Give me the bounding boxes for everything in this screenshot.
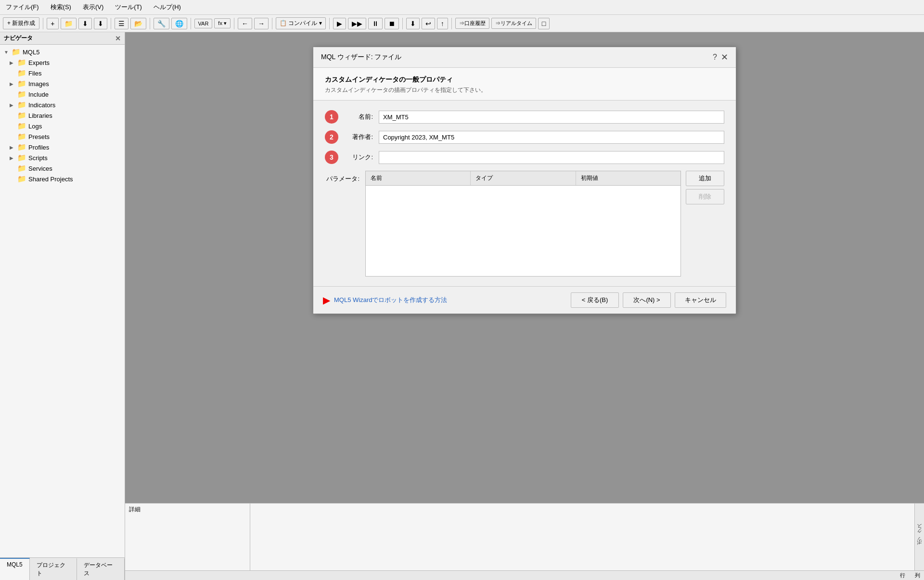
params-label: パラメータ: (325, 171, 359, 183)
toolbar-separator-4 (191, 18, 191, 29)
link-label: リンク: (344, 153, 373, 162)
folder-icon-shared-projects: 📁 (17, 175, 26, 183)
toolbar-fx[interactable]: fx ▾ (214, 18, 231, 28)
nav-item-images[interactable]: ▶ 📁 Images (0, 78, 125, 89)
nav-item-logs[interactable]: 📁 Logs (0, 121, 125, 131)
nav-label-mql5: MQL5 (23, 49, 39, 56)
folder-icon-profiles: 📁 (17, 143, 26, 151)
dialog-help-button[interactable]: ? (713, 53, 717, 62)
dialog-title-actions: ? ✕ (713, 52, 728, 63)
toolbar-undo[interactable]: ↩ (422, 18, 435, 29)
nav-item-include[interactable]: 📁 Include (0, 89, 125, 100)
nav-item-services[interactable]: 📁 Services (0, 163, 125, 174)
nav-item-files[interactable]: 📁 Files (0, 68, 125, 78)
name-input[interactable] (379, 111, 724, 124)
navigator-header: ナビゲータ ✕ (0, 32, 125, 45)
author-input[interactable] (379, 131, 724, 144)
params-add-button[interactable]: 追加 (686, 171, 724, 186)
navigator-title: ナビゲータ (4, 34, 33, 42)
params-table-header: 名前 タイプ 初期値 (366, 171, 680, 186)
main-area: ナビゲータ ✕ ▼ 📁 MQL5 ▶ 📁 Experts 📁 Files (0, 32, 924, 580)
toolbar-step-in[interactable]: ⬇ (406, 18, 420, 29)
expand-icon-scripts: ▶ (10, 155, 15, 161)
nav-item-indicators[interactable]: ▶ 📁 Indicators (0, 100, 125, 110)
navigator-panel: ナビゲータ ✕ ▼ 📁 MQL5 ▶ 📁 Experts 📁 Files (0, 32, 125, 580)
nav-tab-mql5[interactable]: MQL5 (0, 558, 30, 580)
toolbar-var[interactable]: VAR (194, 19, 213, 28)
dialog-close-button[interactable]: ✕ (721, 52, 728, 63)
folder-icon-include: 📁 (17, 90, 26, 99)
bottom-content: 詳細 ボックス (125, 504, 924, 570)
wizard-help-link[interactable]: MQL5 Wizardでロボットを作成する方法 (334, 296, 447, 304)
nav-label-scripts: Scripts (28, 154, 48, 162)
toolbar-back[interactable]: ← (238, 18, 252, 29)
toolbar-download1[interactable]: ⬇ (78, 18, 92, 29)
nav-item-mql5[interactable]: ▼ 📁 MQL5 (0, 47, 125, 57)
toolbar-compile[interactable]: 📋 コンパイル ▾ (276, 17, 326, 29)
toolbar-play2[interactable]: ▶▶ (348, 18, 366, 29)
toolbar: + 新規作成 + 📁 ⬇ ⬇ ☰ 📂 🔧 🌐 VAR fx ▾ ← → 📋 コン… (0, 15, 924, 32)
folder-icon-services: 📁 (17, 164, 26, 173)
new-button[interactable]: + 新規作成 (3, 17, 39, 29)
menu-tools[interactable]: ツール(T) (113, 2, 144, 13)
toolbar-separator-5 (234, 18, 234, 29)
expand-icon-include (10, 92, 15, 97)
toolbar-history[interactable]: ⇒口座履歴 (455, 18, 489, 29)
toolbar-square[interactable]: □ (538, 18, 550, 29)
toolbar-web[interactable]: 🌐 (171, 18, 187, 29)
toolbar-separator-8 (402, 18, 403, 29)
detail-content (250, 504, 914, 570)
menu-file[interactable]: ファイル(F) (4, 2, 41, 13)
params-del-button[interactable]: 削除 (686, 189, 724, 204)
expand-icon-services (10, 166, 15, 171)
content-area: MQL ウィザード: ファイル ? ✕ カスタムインディケータの一般プロパティ … (125, 32, 924, 503)
toolbar-separator-3 (150, 18, 150, 29)
next-button[interactable]: 次へ(N) > (623, 292, 671, 308)
nav-item-profiles[interactable]: ▶ 📁 Profiles (0, 142, 125, 152)
step-badge-1: 1 (325, 110, 338, 124)
nav-item-experts[interactable]: ▶ 📁 Experts (0, 57, 125, 68)
toolbar-separator-6 (272, 18, 272, 29)
form-row-name: 1 名前: (325, 110, 724, 124)
params-col-initial: 初期値 (576, 171, 680, 185)
toolbar-download2[interactable]: ⬇ (94, 18, 107, 29)
vertical-label-area: ボックス (914, 504, 924, 570)
toolbar-forward[interactable]: → (254, 18, 269, 29)
toolbar-play[interactable]: ▶ (333, 18, 346, 29)
toolbar-pause[interactable]: ⏸ (368, 18, 383, 29)
menu-help[interactable]: ヘルプ(H) (152, 2, 183, 13)
params-buttons: 追加 削除 (686, 171, 724, 277)
navigator-close-icon[interactable]: ✕ (115, 35, 121, 42)
nav-label-include: Include (28, 91, 49, 98)
toolbar-stop[interactable]: ⏹ (385, 18, 399, 29)
link-input[interactable] (379, 151, 724, 164)
menu-view[interactable]: 表示(V) (81, 2, 105, 13)
folder-icon-presets: 📁 (17, 132, 26, 141)
nav-item-presets[interactable]: 📁 Presets (0, 131, 125, 142)
nav-item-shared-projects[interactable]: 📁 Shared Projects (0, 174, 125, 184)
toolbar-realtime[interactable]: ⇒リアルタイム (491, 18, 536, 29)
nav-label-services: Services (28, 165, 52, 172)
cancel-button[interactable]: キャンセル (675, 292, 726, 308)
nav-label-profiles: Profiles (28, 144, 49, 151)
nav-item-scripts[interactable]: ▶ 📁 Scripts (0, 152, 125, 163)
nav-item-libraries[interactable]: 📁 Libraries (0, 110, 125, 121)
toolbar-settings[interactable]: 🔧 (154, 18, 169, 29)
toolbar-plus[interactable]: + (47, 18, 58, 29)
detail-panel: 詳細 (125, 504, 250, 570)
toolbar-step-out[interactable]: ↑ (437, 18, 448, 29)
back-button[interactable]: < 戻る(B) (571, 292, 619, 308)
nav-label-files: Files (28, 70, 41, 77)
toolbar-folder[interactable]: 📁 (61, 18, 77, 29)
step-badge-3: 3 (325, 151, 338, 164)
nav-tab-database[interactable]: データベース (77, 558, 125, 580)
menu-search[interactable]: 検索(S) (49, 2, 73, 13)
author-label: 著作者: (344, 133, 373, 141)
nav-label-experts: Experts (28, 59, 50, 66)
nav-tab-project[interactable]: プロジェクト (30, 558, 77, 580)
form-row-author: 2 著作者: (325, 130, 724, 144)
toolbar-open[interactable]: 📂 (130, 18, 146, 29)
toolbar-separator-9 (451, 18, 452, 29)
toolbar-grid[interactable]: ☰ (115, 18, 128, 29)
status-bar: 行 列 (125, 570, 924, 580)
